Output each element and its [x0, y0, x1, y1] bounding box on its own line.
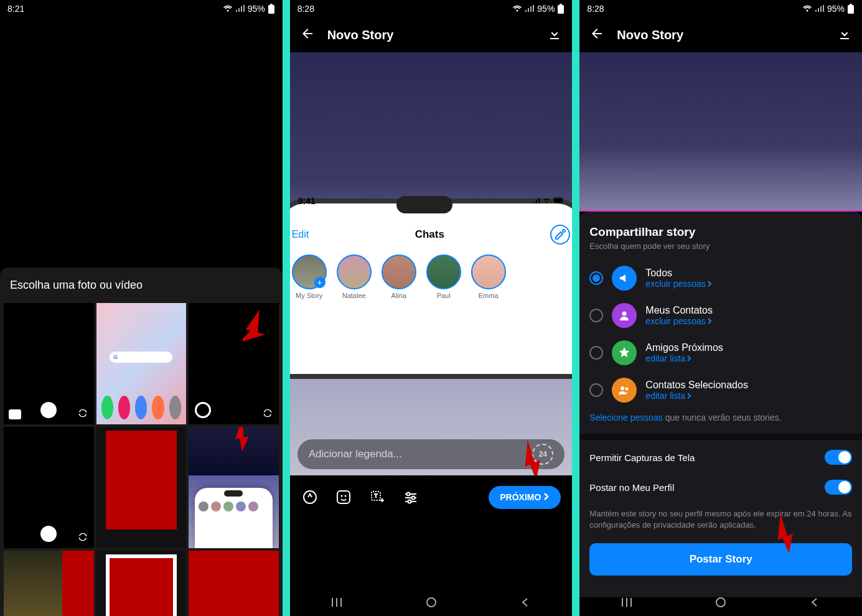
- avatar-item: Emma: [471, 254, 506, 299]
- select-people-link[interactable]: Selecione pessoas: [589, 413, 663, 422]
- option-label: Meus Contatos: [645, 305, 852, 316]
- story-preview: [579, 52, 862, 212]
- editor-toolbar: PRÓXIMO: [290, 475, 573, 519]
- next-button[interactable]: PRÓXIMO: [489, 486, 561, 509]
- megaphone-icon: [612, 266, 637, 291]
- capture-marker: [40, 526, 57, 542]
- battery-percent: 95%: [827, 4, 845, 14]
- mock-chats-title: Chats: [415, 228, 444, 241]
- person-icon: [612, 303, 637, 328]
- annotation-arrow: [230, 427, 254, 452]
- option-action[interactable]: editar lista: [645, 391, 852, 401]
- signal-icon: [815, 5, 825, 12]
- setting-screenshots: Permitir Capturas de Tela: [589, 440, 852, 475]
- media-thumb[interactable]: [189, 427, 279, 548]
- switch-camera-icon: [263, 408, 273, 418]
- signal-icon: [525, 5, 535, 12]
- option-label: Amigos Próximos: [645, 342, 852, 353]
- download-icon[interactable]: [837, 26, 852, 44]
- sticker-icon[interactable]: [335, 488, 352, 506]
- option-action[interactable]: editar lista: [645, 353, 852, 363]
- android-nav: [579, 591, 862, 616]
- app-icon: [169, 396, 181, 419]
- radio-icon: [589, 383, 603, 397]
- battery-icon: [268, 4, 275, 14]
- setting-description: Mantém este story no seu perfil mesmo ap…: [589, 505, 852, 539]
- wifi-icon: [802, 5, 812, 12]
- svg-point-13: [411, 497, 415, 500]
- radio-selected-icon: [589, 271, 603, 285]
- switch-camera-icon: [78, 408, 88, 418]
- page-title: Novo Story: [327, 28, 535, 42]
- status-right: 95%: [512, 4, 565, 14]
- adjust-icon[interactable]: [402, 488, 419, 506]
- download-icon[interactable]: [547, 26, 562, 44]
- status-bar: 8:28 95%: [579, 0, 862, 17]
- next-label: PRÓXIMO: [500, 492, 541, 502]
- home-icon[interactable]: [714, 596, 727, 611]
- mock-signal-icon: [533, 196, 564, 213]
- switch-camera-icon: [78, 532, 88, 542]
- audience-option-contatos[interactable]: Meus Contatos excluir pessoas: [589, 297, 852, 334]
- header: Novo Story: [290, 17, 573, 52]
- svg-rect-1: [270, 4, 273, 5]
- caption-input[interactable]: Adicionar legenda...: [309, 448, 525, 460]
- svg-point-12: [406, 493, 410, 496]
- android-nav: [290, 591, 573, 616]
- app-icon: [118, 396, 130, 419]
- media-thumb[interactable]: [4, 303, 94, 424]
- recents-icon[interactable]: [330, 596, 343, 611]
- page-title: Novo Story: [617, 28, 825, 42]
- wifi-icon: [223, 5, 233, 12]
- recents-icon[interactable]: [621, 596, 633, 611]
- select-people-text: Selecione pessoas que nunca verão seus s…: [589, 409, 852, 434]
- text-icon[interactable]: [368, 488, 386, 506]
- svg-rect-2: [558, 5, 564, 14]
- status-time: 8:21: [7, 4, 24, 14]
- svg-point-7: [304, 491, 316, 503]
- toggle-on[interactable]: [825, 480, 852, 495]
- wifi-icon: [512, 5, 522, 12]
- audience-option-selecionados[interactable]: Contatos Selecionados editar lista: [589, 371, 852, 409]
- audience-option-amigos[interactable]: Amigos Próximos editar lista: [589, 334, 852, 371]
- app-icon: [101, 396, 113, 419]
- post-story-button[interactable]: Postar Story: [589, 543, 852, 576]
- media-thumb[interactable]: [189, 303, 279, 424]
- media-thumb[interactable]: [4, 427, 94, 548]
- battery-icon: [557, 4, 565, 14]
- option-action[interactable]: excluir pessoas: [645, 279, 852, 289]
- photo-icon: [9, 409, 21, 419]
- divider: [579, 434, 862, 440]
- mock-phone-preview: [195, 488, 273, 549]
- status-time: 8:28: [587, 4, 604, 14]
- status-bar: 8:28 95%: [290, 0, 573, 17]
- back-icon[interactable]: [519, 596, 532, 611]
- avatar-item: Paul: [426, 254, 461, 299]
- redacted-area: [106, 431, 177, 530]
- svg-point-21: [716, 598, 725, 607]
- svg-rect-16: [848, 5, 854, 14]
- radio-icon: [589, 309, 603, 322]
- media-thumb[interactable]: G: [96, 303, 187, 424]
- back-icon[interactable]: [589, 26, 604, 44]
- svg-point-19: [621, 386, 624, 390]
- media-thumb[interactable]: [189, 551, 279, 616]
- media-thumb[interactable]: [96, 551, 187, 616]
- avatar-item: Alina: [382, 254, 416, 299]
- audience-option-todos[interactable]: Todos excluir pessoas: [589, 259, 852, 297]
- brush-icon[interactable]: [301, 488, 319, 506]
- toggle-on[interactable]: [825, 450, 852, 465]
- media-thumb[interactable]: [4, 551, 94, 616]
- setting-label: Postar no Meu Perfil: [589, 482, 674, 493]
- back-icon[interactable]: [808, 596, 821, 611]
- chevron-right-icon: [543, 492, 550, 503]
- back-icon[interactable]: [300, 26, 315, 44]
- setting-profile: Postar no Meu Perfil: [589, 475, 852, 505]
- home-icon[interactable]: [425, 596, 438, 611]
- battery-percent: 95%: [248, 4, 265, 14]
- svg-point-20: [625, 388, 629, 391]
- option-action[interactable]: excluir pessoas: [645, 316, 852, 326]
- media-thumb[interactable]: [96, 427, 187, 548]
- svg-point-18: [622, 312, 627, 316]
- radio-icon: [589, 346, 603, 360]
